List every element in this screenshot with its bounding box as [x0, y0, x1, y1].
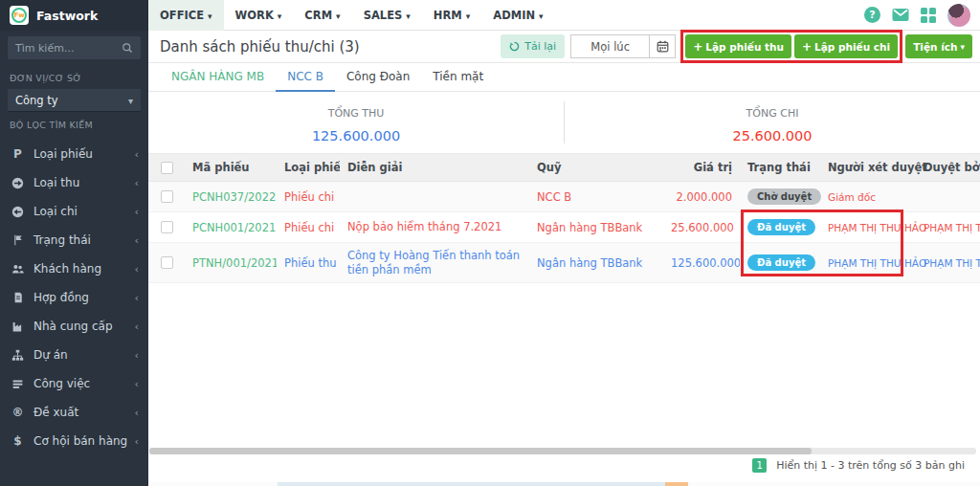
- sidebar-item-label: Khách hàng: [33, 262, 101, 276]
- create-payment-button[interactable]: +Lập phiếu chi: [794, 34, 898, 58]
- nav-item-work[interactable]: WORK: [224, 0, 294, 31]
- chevron-left-icon: [135, 263, 139, 276]
- chevron-left-icon: [135, 148, 139, 161]
- company-select-value: Công ty: [15, 94, 58, 107]
- tab-cong-doan[interactable]: Công Đoàn: [335, 63, 421, 92]
- sidebar-item-nha-cung-cap[interactable]: Nhà cung cấp: [0, 312, 148, 341]
- cell-code[interactable]: PCNH037/2022: [185, 190, 277, 204]
- inbox-icon[interactable]: [892, 8, 909, 22]
- total-chi-block: TỔNG CHI 25.600.000: [565, 101, 980, 144]
- sidebar-item-de-xuat[interactable]: ® Đề xuất: [0, 398, 148, 427]
- row-checkbox[interactable]: [161, 256, 173, 269]
- total-thu-block: TỔNG THU 125.600.000: [148, 101, 565, 144]
- col-header-trang-thai: Trạng thái: [740, 161, 820, 174]
- cell-code[interactable]: PTNH/001/2021: [185, 256, 277, 270]
- cell-value: 25.600.000: [663, 221, 740, 234]
- apps-grid-icon[interactable]: [921, 8, 936, 23]
- search-input[interactable]: [15, 42, 122, 55]
- help-icon[interactable]: ?: [864, 7, 880, 23]
- plus-icon: +: [802, 40, 812, 54]
- nav-item-label: SALES: [364, 9, 403, 22]
- tab-ncc-b[interactable]: NCC B: [276, 63, 335, 92]
- table-row[interactable]: PTNH/001/2021 Phiếu thu Công ty Hoàng Ti…: [148, 243, 980, 283]
- cell-approver: PHẠM THỊ THU HẢO: [820, 257, 916, 269]
- user-avatar[interactable]: [947, 4, 970, 27]
- nav-item-crm[interactable]: CRM: [293, 0, 351, 31]
- brand-name: Fastwork: [36, 9, 98, 23]
- chevron-left-icon: [135, 407, 139, 419]
- tab-ngan-hang-mb[interactable]: NGÂN HÀNG MB: [160, 63, 276, 92]
- chevron-left-icon: [135, 234, 139, 247]
- cell-code[interactable]: PCNH001/2021: [185, 221, 277, 234]
- cell-approved-by: PHẠM THỊ THU HẢO: [916, 222, 980, 233]
- sidebar-item-hop-dong[interactable]: Hợp đồng: [0, 283, 148, 312]
- page-1-button[interactable]: 1: [752, 458, 767, 473]
- horizontal-scrollbar[interactable]: [149, 448, 976, 454]
- cell-approver: Giám đốc: [820, 191, 916, 203]
- chevron-down-icon: [466, 9, 471, 22]
- status-badge: Chờ duyệt: [747, 188, 821, 205]
- chevron-down-icon: [128, 94, 133, 107]
- sidebar-item-trang-thai[interactable]: Trạng thái: [0, 226, 148, 254]
- cell-description: Công ty Hoàng Tiến thanh toán tiền phần …: [340, 249, 529, 277]
- cell-value: 2.000.000: [663, 190, 740, 204]
- receipt-icon: P: [10, 147, 26, 161]
- app-window: Fw Fastwork ĐƠN VỊ/CƠ SỞ Công ty BỘ LỌC …: [0, 0, 980, 486]
- scrollbar-thumb[interactable]: [149, 448, 812, 454]
- col-header-gia-tri: Giá trị: [663, 161, 740, 174]
- nav-item-office[interactable]: OFFICE: [148, 0, 224, 31]
- sidebar: Fw Fastwork ĐƠN VỊ/CƠ SỞ Công ty BỘ LỌC …: [0, 0, 148, 486]
- col-header-duyet-boi: Duyệt bởi: [916, 161, 980, 174]
- tab-tien-mat[interactable]: Tiền mặt: [421, 63, 495, 92]
- utilities-button[interactable]: Tiện ích▾: [905, 34, 972, 58]
- sidebar-item-du-an[interactable]: Dự án: [0, 341, 148, 369]
- company-select[interactable]: Công ty: [8, 89, 141, 112]
- users-icon: [10, 263, 26, 276]
- sidebar-item-khach-hang[interactable]: Khách hàng: [0, 254, 148, 283]
- chevron-down-icon: [336, 9, 341, 22]
- nav-item-admin[interactable]: ADMIN: [481, 0, 554, 31]
- cell-type: Phiếu chi: [277, 190, 340, 204]
- sidebar-header: Fw Fastwork: [0, 0, 148, 31]
- create-receipt-label: Lập phiếu thu: [705, 41, 784, 53]
- table-row[interactable]: PCNH001/2021 Phiếu chi Nộp bảo hiểm thán…: [148, 212, 980, 243]
- create-payment-label: Lập phiếu chi: [814, 41, 890, 53]
- sidebar-item-loai-chi[interactable]: Loại chi: [0, 197, 148, 226]
- nav-item-hrm[interactable]: HRM: [422, 0, 481, 31]
- main-content: TỔNG THU 125.600.000 TỔNG CHI 25.600.000…: [148, 92, 980, 486]
- row-checkbox[interactable]: [161, 190, 173, 203]
- utilities-label: Tiện ích: [913, 41, 957, 53]
- sidebar-item-co-hoi-ban-hang[interactable]: $ Cơ hội bán hàng: [0, 427, 148, 455]
- select-all-checkbox[interactable]: [161, 162, 173, 174]
- table-header-row: Mã phiếu Loại phiếu Diễn giải Quỹ Giá tr…: [148, 153, 980, 182]
- sidebar-item-loai-phieu[interactable]: P Loại phiếu: [0, 140, 148, 168]
- registered-icon: ®: [10, 406, 26, 419]
- reload-label: Tải lại: [524, 40, 556, 53]
- sidebar-item-cong-viec[interactable]: Công việc: [0, 369, 148, 398]
- cell-fund[interactable]: NCC B: [529, 190, 663, 204]
- col-header-quy: Quỹ: [529, 161, 663, 174]
- sidebar-item-label: Hợp đồng: [33, 291, 89, 304]
- cell-fund[interactable]: Ngân hàng TBBank: [529, 221, 663, 234]
- sitemap-icon: [10, 349, 26, 362]
- row-checkbox[interactable]: [161, 221, 173, 233]
- col-header-loai-phieu: Loại phiếu: [277, 161, 340, 174]
- cell-status: Chờ duyệt: [740, 188, 820, 205]
- date-range-input[interactable]: [570, 34, 649, 58]
- sidebar-item-loai-thu[interactable]: Loại thu: [0, 168, 148, 197]
- calendar-button[interactable]: [649, 34, 676, 58]
- create-receipt-button[interactable]: +Lập phiếu thu: [685, 34, 791, 58]
- sidebar-item-label: Loại phiếu: [33, 147, 93, 161]
- receipts-table: Mã phiếu Loại phiếu Diễn giải Quỹ Giá tr…: [148, 153, 980, 283]
- table-row[interactable]: PCNH037/2022 Phiếu chi NCC B 2.000.000 C…: [148, 182, 980, 212]
- total-thu-label: TỔNG THU: [148, 107, 564, 120]
- fastwork-logo-icon[interactable]: Fw: [10, 6, 29, 25]
- nav-item-sales[interactable]: SALES: [352, 0, 422, 31]
- cell-status: Đã duyệt: [740, 219, 820, 235]
- reload-button[interactable]: Tải lại: [501, 34, 565, 58]
- factory-icon: [10, 320, 26, 333]
- sidebar-search[interactable]: [8, 36, 141, 59]
- page-title: Danh sách phiếu thu/chi (3): [160, 38, 360, 55]
- cell-fund[interactable]: Ngân hàng TBBank: [529, 256, 663, 270]
- sidebar-item-label: Cơ hội bán hàng: [33, 434, 127, 448]
